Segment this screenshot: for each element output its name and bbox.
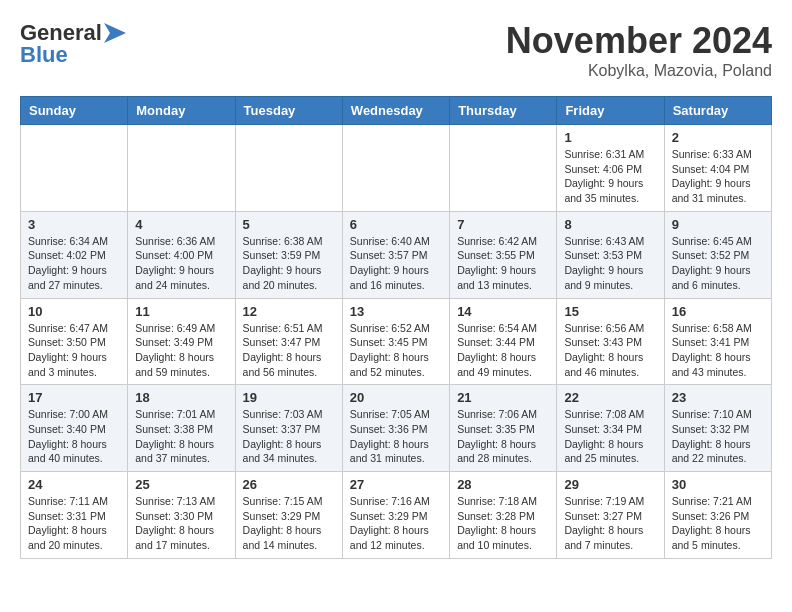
day-info: Sunrise: 6:40 AMSunset: 3:57 PMDaylight:… <box>350 234 442 293</box>
calendar-cell: 5Sunrise: 6:38 AMSunset: 3:59 PMDaylight… <box>235 211 342 298</box>
day-number: 18 <box>135 390 227 405</box>
calendar-cell: 6Sunrise: 6:40 AMSunset: 3:57 PMDaylight… <box>342 211 449 298</box>
day-number: 9 <box>672 217 764 232</box>
day-header-monday: Monday <box>128 97 235 125</box>
day-info: Sunrise: 7:00 AMSunset: 3:40 PMDaylight:… <box>28 407 120 466</box>
calendar-cell: 15Sunrise: 6:56 AMSunset: 3:43 PMDayligh… <box>557 298 664 385</box>
calendar-table: SundayMondayTuesdayWednesdayThursdayFrid… <box>20 96 772 559</box>
calendar-week-row: 1Sunrise: 6:31 AMSunset: 4:06 PMDaylight… <box>21 125 772 212</box>
calendar-cell: 14Sunrise: 6:54 AMSunset: 3:44 PMDayligh… <box>450 298 557 385</box>
calendar-cell: 25Sunrise: 7:13 AMSunset: 3:30 PMDayligh… <box>128 472 235 559</box>
day-header-friday: Friday <box>557 97 664 125</box>
day-info: Sunrise: 6:58 AMSunset: 3:41 PMDaylight:… <box>672 321 764 380</box>
logo-text-blue: Blue <box>20 42 68 68</box>
day-number: 29 <box>564 477 656 492</box>
calendar-week-row: 3Sunrise: 6:34 AMSunset: 4:02 PMDaylight… <box>21 211 772 298</box>
calendar-cell: 20Sunrise: 7:05 AMSunset: 3:36 PMDayligh… <box>342 385 449 472</box>
day-number: 30 <box>672 477 764 492</box>
calendar-cell: 28Sunrise: 7:18 AMSunset: 3:28 PMDayligh… <box>450 472 557 559</box>
day-number: 17 <box>28 390 120 405</box>
day-info: Sunrise: 7:05 AMSunset: 3:36 PMDaylight:… <box>350 407 442 466</box>
day-info: Sunrise: 6:42 AMSunset: 3:55 PMDaylight:… <box>457 234 549 293</box>
day-number: 20 <box>350 390 442 405</box>
day-number: 13 <box>350 304 442 319</box>
day-number: 28 <box>457 477 549 492</box>
calendar-cell: 23Sunrise: 7:10 AMSunset: 3:32 PMDayligh… <box>664 385 771 472</box>
day-number: 15 <box>564 304 656 319</box>
day-info: Sunrise: 7:10 AMSunset: 3:32 PMDaylight:… <box>672 407 764 466</box>
calendar-header-row: SundayMondayTuesdayWednesdayThursdayFrid… <box>21 97 772 125</box>
calendar-cell: 11Sunrise: 6:49 AMSunset: 3:49 PMDayligh… <box>128 298 235 385</box>
day-info: Sunrise: 7:03 AMSunset: 3:37 PMDaylight:… <box>243 407 335 466</box>
day-info: Sunrise: 7:06 AMSunset: 3:35 PMDaylight:… <box>457 407 549 466</box>
calendar-cell: 27Sunrise: 7:16 AMSunset: 3:29 PMDayligh… <box>342 472 449 559</box>
calendar-cell: 17Sunrise: 7:00 AMSunset: 3:40 PMDayligh… <box>21 385 128 472</box>
day-header-thursday: Thursday <box>450 97 557 125</box>
day-number: 19 <box>243 390 335 405</box>
calendar-cell: 24Sunrise: 7:11 AMSunset: 3:31 PMDayligh… <box>21 472 128 559</box>
day-info: Sunrise: 6:43 AMSunset: 3:53 PMDaylight:… <box>564 234 656 293</box>
day-header-wednesday: Wednesday <box>342 97 449 125</box>
day-info: Sunrise: 7:13 AMSunset: 3:30 PMDaylight:… <box>135 494 227 553</box>
day-info: Sunrise: 7:21 AMSunset: 3:26 PMDaylight:… <box>672 494 764 553</box>
day-number: 2 <box>672 130 764 145</box>
day-info: Sunrise: 6:49 AMSunset: 3:49 PMDaylight:… <box>135 321 227 380</box>
title-section: November 2024 Kobylka, Mazovia, Poland <box>506 20 772 80</box>
day-number: 14 <box>457 304 549 319</box>
calendar-cell <box>21 125 128 212</box>
calendar-cell: 7Sunrise: 6:42 AMSunset: 3:55 PMDaylight… <box>450 211 557 298</box>
day-info: Sunrise: 7:01 AMSunset: 3:38 PMDaylight:… <box>135 407 227 466</box>
day-info: Sunrise: 6:52 AMSunset: 3:45 PMDaylight:… <box>350 321 442 380</box>
day-number: 7 <box>457 217 549 232</box>
day-info: Sunrise: 6:36 AMSunset: 4:00 PMDaylight:… <box>135 234 227 293</box>
svg-marker-0 <box>104 23 126 43</box>
day-info: Sunrise: 7:18 AMSunset: 3:28 PMDaylight:… <box>457 494 549 553</box>
day-info: Sunrise: 6:31 AMSunset: 4:06 PMDaylight:… <box>564 147 656 206</box>
month-title: November 2024 <box>506 20 772 62</box>
day-info: Sunrise: 7:08 AMSunset: 3:34 PMDaylight:… <box>564 407 656 466</box>
calendar-cell <box>235 125 342 212</box>
day-number: 26 <box>243 477 335 492</box>
calendar-cell <box>128 125 235 212</box>
day-number: 12 <box>243 304 335 319</box>
day-info: Sunrise: 6:56 AMSunset: 3:43 PMDaylight:… <box>564 321 656 380</box>
page-header: General Blue November 2024 Kobylka, Mazo… <box>20 20 772 80</box>
logo: General Blue <box>20 20 126 68</box>
day-info: Sunrise: 7:19 AMSunset: 3:27 PMDaylight:… <box>564 494 656 553</box>
calendar-cell: 29Sunrise: 7:19 AMSunset: 3:27 PMDayligh… <box>557 472 664 559</box>
day-number: 8 <box>564 217 656 232</box>
day-info: Sunrise: 6:51 AMSunset: 3:47 PMDaylight:… <box>243 321 335 380</box>
logo-arrow-icon <box>104 23 126 43</box>
calendar-week-row: 24Sunrise: 7:11 AMSunset: 3:31 PMDayligh… <box>21 472 772 559</box>
calendar-cell: 16Sunrise: 6:58 AMSunset: 3:41 PMDayligh… <box>664 298 771 385</box>
calendar-cell: 21Sunrise: 7:06 AMSunset: 3:35 PMDayligh… <box>450 385 557 472</box>
day-info: Sunrise: 6:47 AMSunset: 3:50 PMDaylight:… <box>28 321 120 380</box>
day-info: Sunrise: 7:11 AMSunset: 3:31 PMDaylight:… <box>28 494 120 553</box>
calendar-cell: 12Sunrise: 6:51 AMSunset: 3:47 PMDayligh… <box>235 298 342 385</box>
day-header-sunday: Sunday <box>21 97 128 125</box>
day-info: Sunrise: 7:16 AMSunset: 3:29 PMDaylight:… <box>350 494 442 553</box>
day-info: Sunrise: 6:33 AMSunset: 4:04 PMDaylight:… <box>672 147 764 206</box>
day-number: 24 <box>28 477 120 492</box>
calendar-cell: 3Sunrise: 6:34 AMSunset: 4:02 PMDaylight… <box>21 211 128 298</box>
calendar-cell: 26Sunrise: 7:15 AMSunset: 3:29 PMDayligh… <box>235 472 342 559</box>
day-number: 23 <box>672 390 764 405</box>
day-number: 10 <box>28 304 120 319</box>
day-header-tuesday: Tuesday <box>235 97 342 125</box>
calendar-cell: 19Sunrise: 7:03 AMSunset: 3:37 PMDayligh… <box>235 385 342 472</box>
day-number: 1 <box>564 130 656 145</box>
calendar-cell: 9Sunrise: 6:45 AMSunset: 3:52 PMDaylight… <box>664 211 771 298</box>
calendar-cell: 1Sunrise: 6:31 AMSunset: 4:06 PMDaylight… <box>557 125 664 212</box>
calendar-week-row: 10Sunrise: 6:47 AMSunset: 3:50 PMDayligh… <box>21 298 772 385</box>
day-number: 6 <box>350 217 442 232</box>
day-number: 25 <box>135 477 227 492</box>
location-title: Kobylka, Mazovia, Poland <box>506 62 772 80</box>
day-info: Sunrise: 6:45 AMSunset: 3:52 PMDaylight:… <box>672 234 764 293</box>
calendar-cell: 13Sunrise: 6:52 AMSunset: 3:45 PMDayligh… <box>342 298 449 385</box>
day-number: 21 <box>457 390 549 405</box>
day-number: 27 <box>350 477 442 492</box>
day-info: Sunrise: 7:15 AMSunset: 3:29 PMDaylight:… <box>243 494 335 553</box>
calendar-cell: 10Sunrise: 6:47 AMSunset: 3:50 PMDayligh… <box>21 298 128 385</box>
day-number: 3 <box>28 217 120 232</box>
day-number: 11 <box>135 304 227 319</box>
